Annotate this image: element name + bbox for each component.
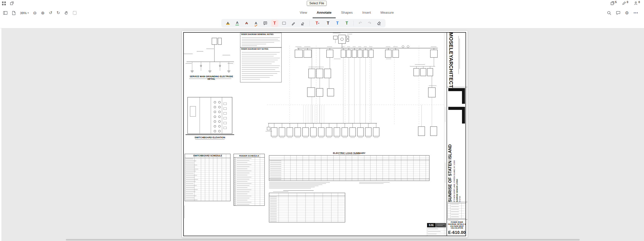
comments-panel-button[interactable] xyxy=(616,11,620,15)
project-name: SUNRISE OF STATEN ISLAND xyxy=(448,137,452,202)
settings-button[interactable]: ⚙ xyxy=(625,11,629,15)
document-icon xyxy=(12,11,16,15)
project-number: 572704 xyxy=(459,183,461,202)
project-address: 475 NEW DORP LANE, STATEN ISLAND, NY 103… xyxy=(453,142,455,202)
chevron-down-icon: ▾ xyxy=(318,22,319,25)
tab-shapes[interactable]: Shapes xyxy=(337,8,357,18)
sheet-linework xyxy=(182,31,468,237)
sheet-title: POWER RISER DIAGRAM, DETAILS & VOLTAGE D… xyxy=(448,221,466,229)
status-badges: 5 0 0 xyxy=(611,1,640,5)
text-preset-red[interactable]: T▾ xyxy=(313,20,322,27)
text-black-icon: T xyxy=(327,21,329,25)
page-thumbnails-button[interactable] xyxy=(12,11,16,15)
horizontal-scrollbar-thumb[interactable] xyxy=(66,239,580,240)
drawing-sheet[interactable]: RISER DIAGRAM GENERAL NOTES RISER DIAGRA… xyxy=(182,31,468,237)
text-preset-black[interactable]: T xyxy=(325,20,332,27)
annotation-count-badge[interactable]: 0 xyxy=(622,1,628,5)
note-icon xyxy=(263,21,267,25)
eraser-tool[interactable] xyxy=(375,20,383,27)
pan-tool-button[interactable] xyxy=(64,11,69,15)
search-button[interactable] xyxy=(607,11,611,15)
freehand-tool[interactable] xyxy=(290,20,297,27)
apps-grid-icon xyxy=(2,2,6,5)
highlight-text-tool[interactable]: A xyxy=(224,20,231,27)
strikeout-text-tool[interactable]: A xyxy=(243,20,250,27)
text-red-icon: T xyxy=(316,21,318,25)
annotate-tool-group: A A A A T T▾ T T T xyxy=(221,19,386,27)
tab-view[interactable]: View xyxy=(296,8,311,18)
apps-menu-button[interactable] xyxy=(2,2,6,5)
search-icon xyxy=(607,11,611,15)
text-preset-green[interactable]: T xyxy=(343,20,350,27)
strikeout-icon: A xyxy=(245,22,248,25)
hand-icon xyxy=(64,11,69,15)
app-window: Select File 5 0 0 xyxy=(0,0,644,241)
rotate-clockwise-button[interactable]: ↻ xyxy=(56,11,60,15)
redo-button[interactable]: ↷ xyxy=(366,20,373,27)
freehand-highlight-tool[interactable] xyxy=(299,20,306,27)
select-area-button[interactable] xyxy=(73,11,76,15)
squiggly-icon: A xyxy=(254,22,258,25)
sheet-number: E-610.00 xyxy=(448,230,466,235)
grounding-detail-title: SERVICE MAIN GROUNDING ELECTRODE DETAIL xyxy=(186,75,237,81)
zoom-control[interactable]: 39% ▾ xyxy=(20,11,29,15)
select-file-tooltip: Select File xyxy=(307,1,327,6)
rotate-counterclockwise-button[interactable]: ↺ xyxy=(49,11,52,15)
eraser-icon xyxy=(377,21,381,25)
free-text-icon: T xyxy=(273,21,276,25)
rectangle-tool[interactable] xyxy=(280,20,288,27)
rectangle-icon xyxy=(282,22,286,25)
presence-badge[interactable]: 0 xyxy=(634,1,640,5)
left-panel-toggle-button[interactable] xyxy=(3,11,8,15)
sticky-note-tool[interactable] xyxy=(262,20,269,27)
engineer-info-block xyxy=(436,223,446,227)
switchboard-schedule-title: SWITCHBOARD SCHEDULE xyxy=(185,155,230,157)
underline-text-tool[interactable]: A xyxy=(234,20,241,27)
presence-count-value: 0 xyxy=(638,1,640,4)
general-notes-title: RISER DIAGRAM GENERAL NOTES xyxy=(241,33,273,36)
text-preset-blue[interactable]: T xyxy=(334,20,341,27)
tab-measure[interactable]: Measure xyxy=(376,8,398,18)
feeder-schedule-title: FEEDER SCHEDULE xyxy=(234,155,265,157)
side-panel-icon xyxy=(3,11,8,15)
architect-logo-text: MOSELEYARCHITECTS xyxy=(448,32,454,87)
zoom-in-button[interactable]: ⊕ xyxy=(41,11,45,15)
elevation-title: SWITCHBOARD ELEVATION xyxy=(192,136,228,139)
annotation-count-value: 0 xyxy=(627,1,628,4)
marquee-icon xyxy=(73,11,76,15)
text-blue-icon: T xyxy=(336,21,339,25)
pages-icon xyxy=(611,1,614,5)
key-notes-title: RISER DIAGRAM KEY NOTES: xyxy=(241,48,269,50)
popout-button[interactable] xyxy=(10,1,14,5)
client-name: SUNRISE SENIOR LIVING xyxy=(456,150,458,202)
squiggly-text-tool[interactable]: A xyxy=(252,20,259,27)
tab-insert[interactable]: Insert xyxy=(358,8,375,18)
popout-icon xyxy=(10,1,14,5)
document-canvas[interactable]: RISER DIAGRAM GENERAL NOTES RISER DIAGRA… xyxy=(0,28,644,241)
comment-icon xyxy=(616,11,620,15)
more-options-button[interactable]: ⋯ xyxy=(633,11,638,15)
zoom-out-button[interactable]: ⊖ xyxy=(33,11,37,15)
page-count-value: 5 xyxy=(615,1,617,4)
undo-button[interactable]: ↶ xyxy=(357,20,364,27)
ribbon-tabs: View Annotate Shapes Insert Measure xyxy=(296,8,398,18)
marker-icon xyxy=(301,21,305,25)
collapsed-left-panel[interactable] xyxy=(0,28,2,241)
page-count-badge[interactable]: 5 xyxy=(611,1,617,5)
chevron-down-icon: ▾ xyxy=(28,12,29,14)
tools-row: A A A A T T▾ T T T xyxy=(0,18,644,28)
person-icon xyxy=(634,1,638,5)
highlight-icon: A xyxy=(226,22,230,25)
pen-icon xyxy=(291,21,295,25)
header: Select File 5 0 0 xyxy=(0,0,644,28)
tab-annotate[interactable]: Annotate xyxy=(313,8,336,18)
main-toolbar: 39% ▾ ⊖ ⊕ ↺ ↻ View Annotate Shapes Inser… xyxy=(0,8,644,18)
underline-icon: A xyxy=(235,21,239,25)
pen-icon xyxy=(622,1,626,5)
text-green-icon: T xyxy=(346,21,348,25)
free-text-tool-selected[interactable]: T xyxy=(271,20,278,27)
divider xyxy=(309,21,310,26)
divider xyxy=(353,21,354,26)
zoom-value: 39% xyxy=(20,11,27,15)
load-summary-title: ELECTRIC LOAD SUMMARY xyxy=(269,152,429,155)
